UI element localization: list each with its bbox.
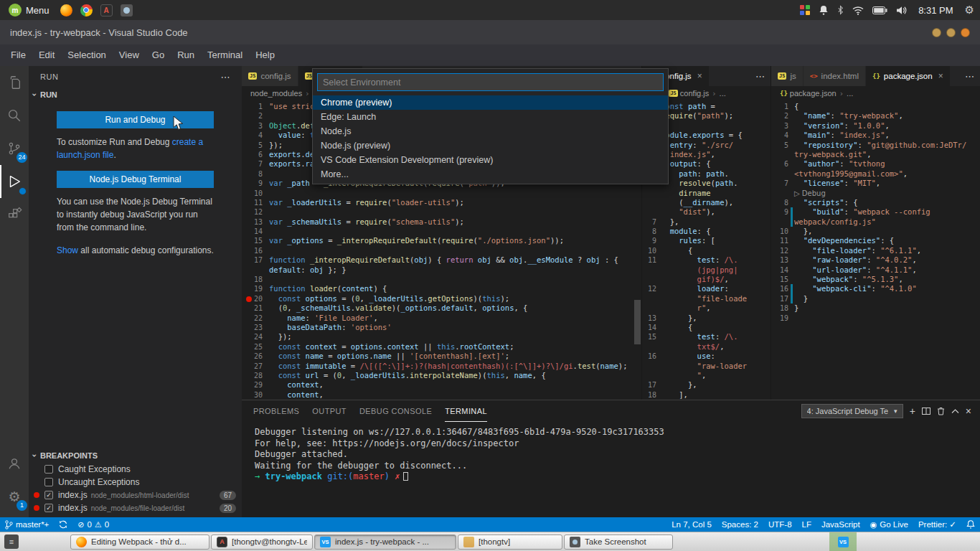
workspace-switcher-icon[interactable] xyxy=(800,5,810,15)
run-and-debug-icon[interactable] xyxy=(0,165,29,198)
breadcrumb-item[interactable]: JSconfig.js xyxy=(669,89,709,98)
search-icon[interactable] xyxy=(0,99,29,132)
node-debug-terminal-button[interactable]: Node.js Debug Terminal xyxy=(57,171,214,188)
menu-edit[interactable]: Edit xyxy=(32,47,61,63)
panel-tab-debug-console[interactable]: DEBUG CONSOLE xyxy=(359,400,432,422)
taskbar-window[interactable]: VSindex.js - try-webpack - ... xyxy=(314,534,456,550)
eol-setting[interactable]: LF xyxy=(797,517,816,532)
indentation-setting[interactable]: Spaces: 2 xyxy=(717,517,763,532)
editor-tab-package.json[interactable]: {}package.json× xyxy=(866,66,951,86)
chrome-launcher-icon[interactable] xyxy=(80,4,93,17)
bluetooth-icon[interactable] xyxy=(837,5,844,15)
code-editor[interactable]: 1{2 "name": "try-webpack",3 "version": "… xyxy=(771,100,980,400)
taskbar-window[interactable]: Take Screenshot xyxy=(564,534,673,550)
breakpoint-checkbox[interactable] xyxy=(44,465,53,474)
accounts-icon[interactable] xyxy=(0,447,29,480)
breakpoint-checkbox[interactable]: ✓ xyxy=(44,504,53,512)
source-control-icon[interactable]: 24 xyxy=(0,132,29,165)
branch-indicator[interactable]: master*+ xyxy=(0,517,54,532)
editor-tab-index.html[interactable]: <>index.html xyxy=(804,66,866,86)
editor-tab-js[interactable]: JSjs xyxy=(771,66,804,86)
cursor-position[interactable]: Ln 7, Col 5 xyxy=(666,517,717,532)
editor-group-3[interactable]: JSjs<>index.html{}package.json×⋯ {}packa… xyxy=(771,66,980,400)
panel-tab-problems[interactable]: PROBLEMS xyxy=(253,400,299,422)
manage-gear-icon[interactable]: ⚙ 1 xyxy=(0,480,29,513)
breakpoint-item[interactable]: ✓index.jsnode_modules/html-loader/dist67 xyxy=(29,489,242,501)
battery-icon[interactable] xyxy=(872,6,887,14)
taskbar-launcher-icon[interactable]: ≡ xyxy=(4,534,19,549)
editor-tab-config.js[interactable]: JSconfig.js xyxy=(242,66,298,86)
explorer-icon[interactable] xyxy=(0,66,29,99)
tab-close-icon[interactable]: × xyxy=(938,71,943,81)
scrollbar-thumb[interactable] xyxy=(634,300,641,344)
settings-gear-icon[interactable]: ⚙ xyxy=(965,4,974,17)
show-configurations-link[interactable]: Show xyxy=(57,245,78,255)
taskbar-window[interactable]: [thongtv] xyxy=(458,534,562,550)
volume-icon[interactable] xyxy=(896,6,907,15)
notifications-button[interactable] xyxy=(961,517,980,532)
breakpoint-item[interactable]: Uncaught Exceptions xyxy=(29,476,242,489)
breadcrumb-item[interactable]: node_modules xyxy=(250,89,302,98)
maximize-button[interactable] xyxy=(946,28,956,37)
tab-close-icon[interactable]: × xyxy=(697,71,702,81)
breakpoint-checkbox[interactable] xyxy=(44,478,53,486)
quickpick-input[interactable] xyxy=(323,77,658,88)
menu-file[interactable]: File xyxy=(4,47,32,63)
quickpick-item[interactable]: More... xyxy=(313,167,668,182)
code-text: (__dirname), xyxy=(661,198,733,207)
breadcrumb-item[interactable]: {}package.json xyxy=(780,89,837,98)
wifi-icon[interactable] xyxy=(852,6,864,15)
breakpoint-checkbox[interactable]: ✓ xyxy=(44,491,53,499)
firefox-launcher-icon[interactable] xyxy=(60,4,72,17)
language-mode[interactable]: JavaScript xyxy=(816,517,865,532)
breakpoint-item[interactable]: Caught Exceptions xyxy=(29,463,242,476)
panel-tab-terminal[interactable]: TERMINAL xyxy=(445,400,487,422)
close-button[interactable] xyxy=(961,28,970,37)
problems-indicator[interactable]: ⊘ 0 ⚠ 0 xyxy=(72,517,114,532)
breadcrumb-item[interactable]: ... xyxy=(847,89,853,98)
breakpoint-item[interactable]: ✓index.jsnode_modules/file-loader/dist20 xyxy=(29,501,242,514)
menu-terminal[interactable]: Terminal xyxy=(201,47,249,63)
terminal-launcher-icon[interactable]: A xyxy=(100,4,113,17)
split-terminal-icon[interactable] xyxy=(922,407,930,415)
menu-run[interactable]: Run xyxy=(171,47,201,63)
run-section-header[interactable]: › RUN xyxy=(29,88,242,102)
quickpick-item[interactable]: Node.js (preview) xyxy=(313,138,668,153)
close-panel-icon[interactable]: × xyxy=(966,405,971,417)
go-live-button[interactable]: ◉Go Live xyxy=(865,517,913,532)
system-menu-button[interactable]: m Menu xyxy=(6,0,52,20)
tab-overflow-icon[interactable]: ⋯ xyxy=(959,71,980,82)
sidebar-more-actions-icon[interactable]: ⋯ xyxy=(220,72,230,83)
clock[interactable]: 8:31 PM xyxy=(915,5,956,16)
quickpick-item[interactable]: Chrome (preview) xyxy=(313,95,668,110)
maximize-panel-icon[interactable] xyxy=(951,409,959,414)
menu-view[interactable]: View xyxy=(113,47,146,63)
taskbar-window[interactable]: A[thongtv@thongtv-Lenov... xyxy=(211,534,313,550)
tab-overflow-icon[interactable]: ⋯ xyxy=(750,71,771,82)
screenshot-launcher-icon[interactable] xyxy=(121,4,133,17)
menu-selection[interactable]: Selection xyxy=(61,47,112,63)
kill-terminal-icon[interactable] xyxy=(937,407,945,415)
breakpoints-header[interactable]: › BREAKPOINTS xyxy=(29,448,242,463)
terminal-output[interactable]: Debugger listening on ws://127.0.0.1:364… xyxy=(242,422,980,483)
taskbar-window[interactable]: Editing Webpack - thử d... xyxy=(70,534,209,550)
minimize-button[interactable] xyxy=(932,28,941,37)
menu-help[interactable]: Help xyxy=(249,47,281,63)
taskbar-attention-highlight[interactable]: VS xyxy=(829,532,857,551)
encoding-setting[interactable]: UTF-8 xyxy=(763,517,797,532)
breadcrumb-item[interactable]: ... xyxy=(720,89,726,98)
run-and-debug-button[interactable]: Run and Debug xyxy=(57,111,214,128)
quickpick-item[interactable]: Node.js xyxy=(313,124,668,138)
quickpick-item[interactable]: VS Code Extension Development (preview) xyxy=(313,153,668,167)
sync-button[interactable] xyxy=(54,517,72,532)
breakpoint-icon[interactable] xyxy=(246,296,252,302)
new-terminal-icon[interactable]: + xyxy=(910,405,915,417)
extensions-icon[interactable] xyxy=(0,198,29,231)
quickpick-item[interactable]: Edge: Launch xyxy=(313,110,668,124)
notifications-bell-icon[interactable] xyxy=(819,5,829,15)
code-text: "raw-loader": "^4.0.2", xyxy=(794,255,917,265)
prettier-indicator[interactable]: Prettier: ✓ xyxy=(913,517,961,532)
terminal-selector[interactable]: 4: JavaScript Debug Te ▾ xyxy=(801,404,903,418)
panel-tab-output[interactable]: OUTPUT xyxy=(312,400,347,422)
menu-go[interactable]: Go xyxy=(146,47,171,63)
